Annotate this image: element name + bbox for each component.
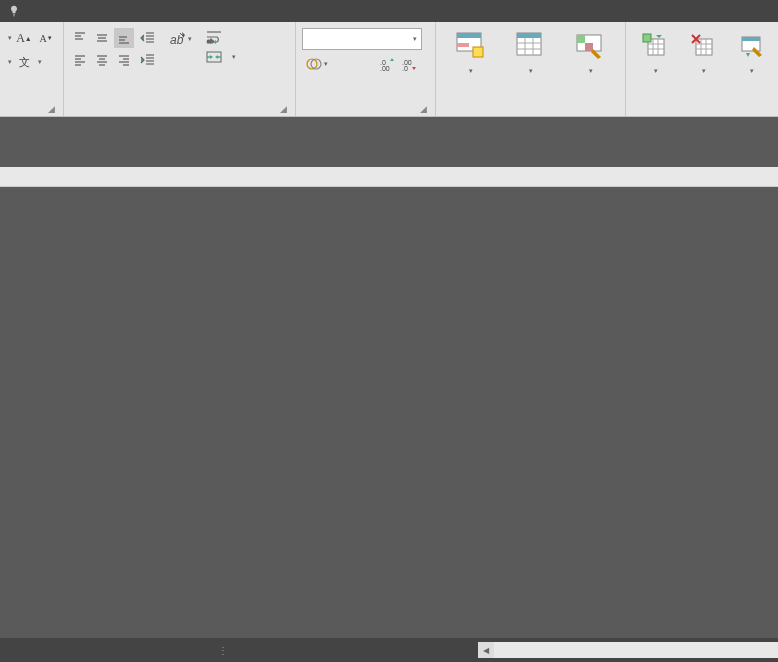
formula-bar-area (0, 117, 778, 167)
wrap-text-icon: ab (206, 30, 222, 44)
align-center-button[interactable] (92, 50, 112, 70)
ribbon-group-font: ▾ A▲ A▼ ▾ 文 ▾ ◢ (0, 22, 64, 116)
comma-style-button[interactable] (356, 54, 376, 74)
insert-icon (639, 30, 671, 62)
ribbon-group-styles: ▾ ▾ ▾ (436, 22, 626, 116)
dialog-launcher-icon[interactable]: ◢ (417, 104, 429, 116)
svg-text:.0: .0 (402, 65, 408, 71)
svg-rect-42 (457, 33, 481, 38)
number-format-select[interactable]: ▾ (302, 28, 422, 50)
cell-styles-button[interactable]: ▾ (564, 28, 616, 79)
chevron-down-icon: ▾ (469, 64, 473, 77)
align-middle-button[interactable] (92, 28, 112, 48)
chevron-down-icon: ▾ (702, 64, 706, 77)
scroll-left-button[interactable]: ◀ (478, 642, 494, 658)
dropdown-arrow-icon[interactable]: ▾ (8, 34, 12, 42)
dialog-launcher-icon[interactable]: ◢ (277, 104, 289, 116)
ribbon-group-cells: ▾ ▾ ▾ (626, 22, 776, 116)
format-button[interactable]: ▾ (730, 28, 772, 79)
spreadsheet-grid[interactable] (0, 167, 778, 187)
chevron-down-icon: ▾ (188, 35, 192, 43)
conditional-format-button[interactable]: ▾ (444, 28, 496, 79)
align-right-button[interactable] (114, 50, 134, 70)
dropdown-arrow-icon[interactable]: ▾ (38, 58, 42, 66)
ribbon-group-number: ▾ ▾ .0.00 .00.0 ◢ (296, 22, 436, 116)
svg-rect-43 (457, 43, 469, 47)
format-as-table-button[interactable]: ▾ (504, 28, 556, 79)
decrease-indent-button[interactable] (138, 28, 158, 48)
currency-icon (306, 56, 322, 72)
dialog-launcher-icon[interactable]: ◢ (45, 104, 57, 116)
ribbon: ▾ A▲ A▼ ▾ 文 ▾ ◢ (0, 22, 778, 117)
align-left-button[interactable] (70, 50, 90, 70)
group-label-cells (630, 100, 772, 116)
group-label-alignment: ◢ (68, 100, 291, 116)
group-label: ◢ (4, 100, 59, 116)
ribbon-group-alignment: ab ▾ ab ▾ ◢ (64, 22, 296, 116)
dropdown-arrow-icon[interactable]: ▾ (8, 58, 12, 66)
chevron-down-icon: ▾ (654, 64, 658, 77)
svg-text:ab: ab (207, 38, 214, 44)
table-icon (514, 30, 546, 62)
decrease-decimal-button[interactable]: .00.0 (400, 54, 420, 74)
alignment-grid (68, 24, 136, 74)
lightbulb-icon (8, 5, 20, 17)
svg-rect-53 (585, 43, 593, 51)
increase-indent-button[interactable] (138, 50, 158, 70)
group-label-styles (440, 100, 621, 116)
merge-center-button[interactable]: ▾ (202, 48, 240, 66)
wrap-text-button[interactable]: ab (202, 28, 240, 46)
status-bar: ⋮ ◀ (0, 638, 778, 662)
tell-me-search[interactable] (0, 5, 32, 17)
insert-button[interactable]: ▾ (634, 28, 676, 79)
svg-rect-52 (577, 35, 585, 43)
svg-rect-44 (473, 47, 483, 57)
column-headers[interactable] (0, 167, 778, 187)
sheet-tab-scroll-icon[interactable]: ⋮ (210, 645, 238, 656)
horizontal-scrollbar[interactable]: ◀ (478, 642, 778, 658)
delete-icon (687, 30, 719, 62)
increase-decimal-button[interactable]: .0.00 (378, 54, 398, 74)
delete-button[interactable]: ▾ (682, 28, 724, 79)
svg-text:.00: .00 (380, 65, 390, 71)
chevron-down-icon: ▾ (413, 35, 417, 43)
chevron-down-icon: ▾ (529, 64, 533, 77)
cell-styles-icon (574, 30, 606, 62)
chevron-down-icon: ▾ (232, 53, 236, 61)
accounting-format-button[interactable]: ▾ (302, 54, 332, 74)
chevron-down-icon: ▾ (589, 64, 593, 77)
svg-rect-46 (517, 33, 541, 38)
conditional-format-icon (454, 30, 486, 62)
align-bottom-button[interactable] (114, 28, 134, 48)
group-label-number: ◢ (300, 100, 431, 116)
percent-button[interactable] (334, 54, 354, 74)
phonetic-guide-button[interactable]: 文 (14, 52, 34, 72)
chevron-down-icon: ▾ (750, 64, 754, 77)
svg-rect-66 (742, 37, 760, 41)
format-icon (735, 30, 767, 62)
menu-bar (0, 0, 778, 22)
increase-font-button[interactable]: A▲ (14, 28, 34, 48)
chevron-down-icon: ▾ (324, 60, 328, 68)
svg-rect-59 (643, 34, 651, 42)
decrease-font-button[interactable]: A▼ (36, 28, 56, 48)
merge-icon (206, 50, 222, 64)
orientation-button[interactable]: ab ▾ (164, 28, 196, 50)
align-top-button[interactable] (70, 28, 90, 48)
